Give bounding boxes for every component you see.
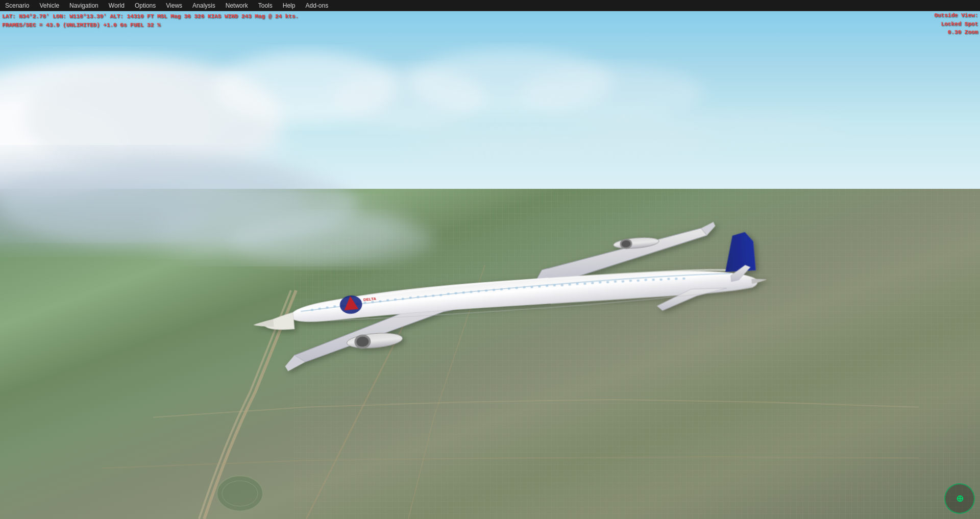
svg-rect-68 — [614, 281, 617, 283]
svg-rect-35 — [363, 302, 366, 304]
menu-item-vehicle[interactable]: Vehicle — [34, 1, 64, 10]
svg-rect-65 — [591, 282, 594, 284]
menu-item-scenario[interactable]: Scenario — [0, 1, 34, 10]
svg-rect-60 — [553, 284, 556, 286]
svg-rect-41 — [409, 297, 411, 299]
aircraft-model: DELTA — [245, 179, 784, 382]
hud-right-line1: Outside View: — [934, 11, 978, 20]
hud-right-line3: 0.30 Zoom — [934, 28, 978, 37]
menu-item-tools[interactable]: Tools — [253, 1, 278, 10]
svg-rect-71 — [637, 280, 640, 282]
menu-item-world[interactable]: World — [104, 1, 130, 10]
svg-rect-43 — [424, 295, 427, 298]
svg-rect-29 — [318, 308, 321, 310]
svg-rect-73 — [652, 279, 654, 281]
hud-line1: LAT: N34°2.78' LON: W118°13.39' ALT: 143… — [2, 12, 299, 21]
menu-item-help[interactable]: Help — [278, 1, 301, 10]
svg-rect-57 — [530, 286, 533, 288]
menu-item-addons[interactable]: Add-ons — [300, 1, 333, 10]
svg-rect-44 — [432, 295, 434, 297]
svg-rect-49 — [470, 291, 472, 293]
svg-rect-50 — [477, 290, 480, 292]
svg-rect-72 — [644, 279, 647, 281]
svg-rect-58 — [538, 286, 541, 288]
menu-item-network[interactable]: Network — [220, 1, 253, 10]
menu-item-navigation[interactable]: Navigation — [64, 1, 104, 10]
svg-rect-46 — [447, 293, 449, 295]
svg-rect-64 — [583, 283, 586, 285]
svg-rect-61 — [561, 284, 564, 286]
hud-right-line2: Locked Spot — [934, 20, 978, 29]
svg-rect-77 — [682, 278, 685, 280]
svg-rect-54 — [507, 288, 510, 290]
svg-rect-56 — [523, 286, 525, 288]
svg-rect-70 — [629, 280, 632, 282]
simulation-viewport: DELTA — [0, 11, 980, 519]
svg-rect-38 — [386, 300, 389, 302]
hud-overlay-left: LAT: N34°2.78' LON: W118°13.39' ALT: 143… — [0, 11, 301, 30]
svg-rect-63 — [576, 283, 578, 285]
svg-rect-48 — [462, 292, 464, 294]
svg-rect-42 — [416, 296, 419, 299]
menubar: Scenario Vehicle Navigation World Option… — [0, 0, 980, 11]
svg-rect-36 — [371, 301, 374, 303]
compass-area: ⊕ — [944, 483, 975, 514]
hud-line2: FRAMES/SEC = 43.9 (UNLIMITED) +1.0 Gs FU… — [2, 21, 299, 30]
svg-rect-55 — [515, 287, 518, 289]
svg-rect-59 — [546, 285, 548, 287]
svg-rect-66 — [599, 281, 601, 283]
menu-item-views[interactable]: Views — [161, 1, 187, 10]
compass-icon: ⊕ — [944, 483, 975, 514]
menu-item-options[interactable]: Options — [130, 1, 161, 10]
svg-rect-52 — [493, 289, 495, 291]
svg-rect-75 — [667, 278, 670, 280]
svg-rect-76 — [675, 278, 677, 280]
svg-rect-74 — [659, 279, 662, 281]
compass-letter: ⊕ — [956, 493, 964, 504]
svg-rect-40 — [401, 298, 404, 300]
svg-rect-28 — [310, 309, 313, 311]
hud-overlay-right: Outside View: Locked Spot 0.30 Zoom — [934, 11, 978, 37]
svg-rect-37 — [379, 301, 381, 303]
svg-rect-67 — [606, 281, 609, 283]
svg-rect-51 — [485, 290, 487, 292]
svg-rect-47 — [454, 292, 457, 294]
svg-rect-53 — [500, 288, 502, 290]
svg-rect-45 — [439, 294, 442, 296]
svg-rect-30 — [326, 307, 328, 309]
menu-item-analysis[interactable]: Analysis — [187, 1, 220, 10]
svg-rect-39 — [394, 299, 396, 301]
svg-rect-31 — [333, 306, 336, 308]
svg-rect-69 — [622, 281, 624, 283]
svg-rect-62 — [568, 284, 571, 286]
